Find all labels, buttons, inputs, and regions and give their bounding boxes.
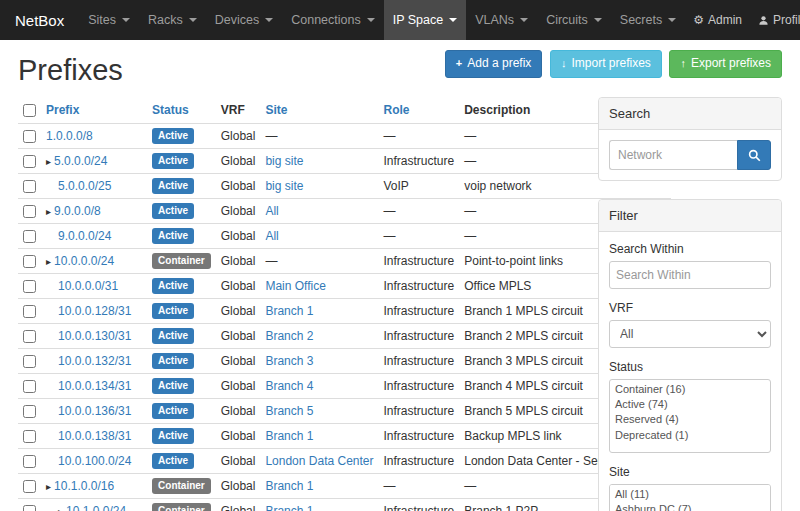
site-link[interactable]: All: [265, 229, 278, 243]
prefix-link[interactable]: 10.0.0.128/31: [58, 304, 131, 318]
prefix-link[interactable]: 10.1.0.0/16: [54, 479, 114, 493]
expand-arrow-icon[interactable]: ▸: [46, 206, 51, 217]
nav-item-connections[interactable]: Connections: [282, 0, 384, 40]
option-active-74-[interactable]: Active (74): [612, 397, 768, 412]
user-nav: ⚙ Admin Profile Log out: [685, 0, 800, 40]
site-label: Site: [609, 465, 771, 479]
site-link[interactable]: big site: [265, 179, 303, 193]
row-checkbox[interactable]: [23, 330, 36, 343]
site-link[interactable]: Branch 1: [265, 479, 313, 493]
sort-link-site[interactable]: Site: [265, 103, 287, 117]
search-button[interactable]: [737, 140, 771, 170]
select-all-checkbox[interactable]: [23, 104, 36, 117]
prefix-link[interactable]: 9.0.0.0/24: [58, 229, 111, 243]
nav-item-circuits[interactable]: Circuits: [537, 0, 611, 40]
site-multiselect[interactable]: All (11)Ashburn DC (7)big site (2)Branch…: [609, 484, 771, 511]
option-all-11-[interactable]: All (11): [612, 487, 768, 502]
prefix-link[interactable]: 10.0.0.0/24: [54, 254, 114, 268]
prefix-link[interactable]: 10.0.0.132/31: [58, 354, 131, 368]
row-checkbox[interactable]: [23, 380, 36, 393]
expand-arrow-icon[interactable]: ▸: [58, 506, 63, 511]
prefix-link[interactable]: 10.1.0.0/24: [66, 504, 126, 511]
status-multiselect[interactable]: Container (16)Active (74)Reserved (4)Dep…: [609, 379, 771, 453]
row-checkbox[interactable]: [23, 305, 36, 318]
prefix-link[interactable]: 10.0.0.0/31: [58, 279, 118, 293]
vrf-select[interactable]: All: [609, 320, 771, 348]
site-link[interactable]: Branch 4: [265, 379, 313, 393]
site-link[interactable]: big site: [265, 154, 303, 168]
vrf-cell: Global: [216, 224, 261, 249]
nav-item-vlans[interactable]: VLANs: [466, 0, 537, 40]
nav-item-ip-space[interactable]: IP Space: [384, 0, 467, 40]
option-deprecated-1-[interactable]: Deprecated (1): [612, 428, 768, 443]
prefix-link[interactable]: 5.0.0.0/25: [58, 179, 111, 193]
sort-link-prefix[interactable]: Prefix: [46, 103, 79, 117]
plus-icon: +: [456, 58, 462, 69]
row-checkbox[interactable]: [23, 405, 36, 418]
nav-item-label: Devices: [215, 13, 259, 27]
status-badge: Active: [152, 153, 194, 169]
add-prefix-button[interactable]: + Add a prefix: [445, 50, 542, 78]
nav-item-devices[interactable]: Devices: [206, 0, 282, 40]
row-checkbox[interactable]: [23, 130, 36, 143]
site-link[interactable]: Branch 3: [265, 354, 313, 368]
nav-item-secrets[interactable]: Secrets: [611, 0, 685, 40]
role-cell: VoIP: [379, 174, 460, 199]
search-within-input[interactable]: [609, 261, 771, 289]
role-cell: Infrastructure: [379, 324, 460, 349]
site-link[interactable]: London Data Center: [265, 454, 373, 468]
site-link[interactable]: Branch 5: [265, 404, 313, 418]
row-checkbox[interactable]: [23, 255, 36, 268]
role-cell: —: [379, 199, 460, 224]
option-container-16-[interactable]: Container (16): [612, 382, 768, 397]
expand-arrow-icon[interactable]: ▸: [46, 481, 51, 492]
prefix-link[interactable]: 1.0.0.0/8: [46, 129, 93, 143]
user-nav-item-admin[interactable]: ⚙ Admin: [685, 0, 750, 40]
nav-item-sites[interactable]: Sites: [79, 0, 139, 40]
prefix-link[interactable]: 10.0.100.0/24: [58, 454, 131, 468]
sort-link-role[interactable]: Role: [384, 103, 410, 117]
search-input[interactable]: [609, 140, 737, 170]
prefix-link[interactable]: 10.0.0.136/31: [58, 404, 131, 418]
vrf-cell: Global: [216, 149, 261, 174]
user-nav-item-profile[interactable]: Profile: [750, 0, 800, 40]
nav-item-racks[interactable]: Racks: [139, 0, 206, 40]
indent: [46, 314, 58, 315]
site-link[interactable]: Main Office: [265, 279, 325, 293]
row-checkbox[interactable]: [23, 280, 36, 293]
row-checkbox[interactable]: [23, 180, 36, 193]
expand-arrow-icon[interactable]: ▸: [46, 256, 51, 267]
status-badge: Active: [152, 203, 194, 219]
prefix-link[interactable]: 10.0.0.130/31: [58, 329, 131, 343]
vrf-cell: Global: [216, 474, 261, 499]
nav-item-label: IP Space: [393, 13, 444, 27]
status-badge: Active: [152, 128, 194, 144]
row-checkbox[interactable]: [23, 205, 36, 218]
column-header-status: Status: [147, 97, 216, 124]
row-checkbox[interactable]: [23, 230, 36, 243]
sort-link-status[interactable]: Status: [152, 103, 189, 117]
site-link[interactable]: Branch 1: [265, 304, 313, 318]
row-checkbox[interactable]: [23, 155, 36, 168]
row-checkbox[interactable]: [23, 455, 36, 468]
option-reserved-4-[interactable]: Reserved (4): [612, 412, 768, 427]
site-link[interactable]: Branch 1: [265, 429, 313, 443]
prefix-link[interactable]: 5.0.0.0/24: [54, 154, 107, 168]
import-prefixes-button[interactable]: ↓ Import prefixes: [550, 50, 662, 78]
app-logo[interactable]: NetBox: [0, 0, 79, 40]
row-checkbox[interactable]: [23, 430, 36, 443]
row-checkbox[interactable]: [23, 505, 36, 511]
prefix-link[interactable]: 9.0.0.0/8: [54, 204, 101, 218]
option-ashburn-dc-7-[interactable]: Ashburn DC (7): [612, 502, 768, 511]
row-checkbox[interactable]: [23, 355, 36, 368]
site-link[interactable]: All: [265, 204, 278, 218]
site-link[interactable]: Branch 2: [265, 329, 313, 343]
expand-arrow-icon[interactable]: ▸: [46, 156, 51, 167]
site-cell: Branch 1: [260, 424, 378, 449]
prefix-link[interactable]: 10.0.0.138/31: [58, 429, 131, 443]
indent: [46, 364, 58, 365]
row-checkbox[interactable]: [23, 480, 36, 493]
prefix-link[interactable]: 10.0.0.134/31: [58, 379, 131, 393]
site-link[interactable]: Branch 1: [265, 504, 313, 511]
export-prefixes-button[interactable]: ↑ Export prefixes: [669, 50, 782, 78]
